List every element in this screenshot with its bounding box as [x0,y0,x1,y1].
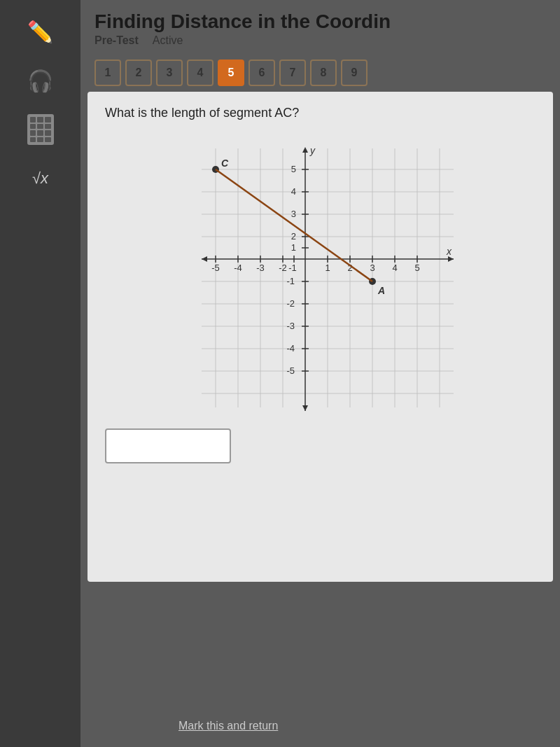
svg-text:y: y [309,145,316,156]
svg-text:2: 2 [290,231,295,242]
answer-input-box[interactable] [105,428,231,463]
active-label: Active [153,34,183,47]
subtitle-row: Pre-Test Active [94,34,546,47]
svg-text:-1: -1 [288,263,297,273]
svg-text:3: 3 [370,263,374,273]
svg-text:A: A [377,285,385,296]
question-btn-8[interactable]: 8 [310,60,337,86]
svg-text:-5: -5 [286,365,295,376]
sidebar: ✏️ 🎧 √x [0,0,80,747]
svg-text:-4: -4 [234,263,242,273]
coordinate-graph: -5 -4 -3 -2 -1 1 2 [188,134,454,414]
calculator-tool[interactable] [23,112,58,147]
question-panel: What is the length of segment AC? [88,92,553,582]
svg-text:1: 1 [325,263,330,273]
pre-test-label: Pre-Test [94,34,139,47]
headphones-tool[interactable]: 🎧 [23,63,58,98]
svg-text:x: x [446,246,452,257]
bottom-bar: Mark this and return [161,705,560,747]
svg-text:-2: -2 [279,263,287,273]
sqrt-tool[interactable]: √x [23,161,58,196]
calculator-icon [27,114,54,145]
svg-text:4: 4 [290,186,295,197]
svg-text:-3: -3 [286,321,295,331]
svg-text:1: 1 [290,242,295,253]
headphones-icon: 🎧 [27,69,53,93]
svg-text:C: C [221,158,229,169]
svg-text:5: 5 [290,164,295,174]
question-btn-3[interactable]: 3 [156,60,183,86]
question-btn-5[interactable]: 5 [218,60,244,86]
question-btn-7[interactable]: 7 [279,60,306,86]
svg-text:4: 4 [392,263,397,273]
svg-text:-5: -5 [211,263,220,273]
svg-text:-1: -1 [286,276,295,286]
header: Finding Distance in the Coordin Pre-Test… [80,0,560,54]
svg-text:-3: -3 [256,263,265,273]
pencil-icon: ✏️ [27,20,53,44]
page-title: Finding Distance in the Coordin [94,11,546,33]
pencil-tool[interactable]: ✏️ [23,14,58,49]
question-btn-1[interactable]: 1 [94,60,121,86]
sqrt-icon: √x [32,169,48,188]
svg-text:-4: -4 [286,343,295,354]
mark-return-label[interactable]: Mark this and return [178,720,278,732]
question-btn-4[interactable]: 4 [187,60,214,86]
graph-container: -5 -4 -3 -2 -1 1 2 [105,134,536,414]
question-text: What is the length of segment AC? [105,106,536,120]
main-content: Finding Distance in the Coordin Pre-Test… [80,0,560,747]
svg-rect-0 [188,134,454,414]
svg-text:3: 3 [290,209,295,219]
question-btn-9[interactable]: 9 [341,60,368,86]
svg-text:-2: -2 [286,298,295,309]
question-numbers: 1 2 3 4 5 6 7 8 9 [80,54,560,92]
question-btn-2[interactable]: 2 [125,60,152,86]
question-btn-6[interactable]: 6 [248,60,275,86]
svg-text:5: 5 [414,263,419,273]
